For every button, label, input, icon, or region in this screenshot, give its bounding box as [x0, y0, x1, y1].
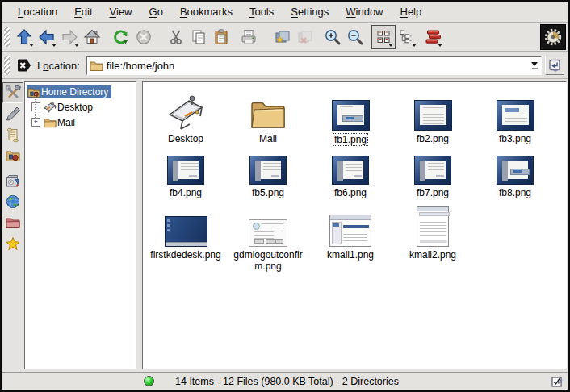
location-combobox[interactable]: file:/home/john	[86, 56, 542, 75]
file-item[interactable]: kmail1.png	[309, 198, 392, 272]
up-dropdown-arrow[interactable]	[29, 44, 34, 47]
tree-item-home-directory[interactable]: Home Directory	[27, 84, 136, 99]
thumb-detail	[340, 106, 353, 110]
file-item[interactable]: fb5.png	[227, 146, 309, 198]
file-label: gdmlogoutconfirm.png	[227, 249, 309, 272]
icon-view-button[interactable]	[371, 25, 396, 49]
folder-icon	[249, 100, 287, 131]
configure-tools-icon	[5, 85, 21, 101]
bookshelf-view-button[interactable]	[421, 26, 444, 48]
sidebar-history-arrow-button[interactable]	[2, 103, 23, 124]
go-button[interactable]	[545, 56, 564, 75]
sidebar-bookmarks-button[interactable]	[2, 233, 23, 254]
toolbar-grip[interactable]	[4, 27, 10, 47]
file-item[interactable]: firstkdedesk.png	[145, 198, 227, 272]
thumb-detail	[343, 231, 367, 242]
location-label: Location:	[37, 60, 80, 72]
thumb-detail	[343, 225, 369, 228]
menu-window[interactable]: Window	[337, 4, 391, 19]
location-input[interactable]: file:/home/john	[107, 60, 525, 72]
tree-item-mail[interactable]: + Mail	[31, 115, 136, 130]
sidebar-tree-panel: Home Directory + Desktop	[24, 81, 136, 369]
file-grid: Desktop Mail	[143, 82, 566, 272]
file-label: kmail1.png	[325, 249, 375, 261]
file-item[interactable]: fb3.png	[474, 89, 556, 146]
tree-view-button[interactable]	[396, 26, 418, 48]
image-frames-stop-button	[294, 26, 316, 48]
folder-icon	[90, 60, 103, 72]
zoom-in-button[interactable]	[321, 26, 344, 48]
file-label: fb4.png	[168, 187, 203, 198]
thumb-detail	[181, 163, 199, 174]
kde-throbber[interactable]	[540, 24, 566, 50]
location-toolbar-grip[interactable]	[4, 56, 10, 75]
sidebar-history-button[interactable]	[2, 124, 23, 145]
file-label: firstkdedesk.png	[149, 249, 222, 261]
file-label: fb1.png	[333, 133, 368, 146]
menu-settings[interactable]: Settings	[283, 4, 337, 19]
back-dropdown-arrow[interactable]	[52, 44, 57, 47]
linked-view-checkbox[interactable]	[551, 376, 563, 387]
sidebar-root-folder-button[interactable]	[2, 212, 23, 233]
sidebar-network-button[interactable]	[2, 191, 23, 212]
menu-location[interactable]: Location	[10, 4, 65, 19]
file-item[interactable]: Mail	[227, 89, 309, 146]
chevron-down-icon	[531, 62, 538, 66]
icon-view-dropdown-arrow[interactable]	[388, 44, 393, 47]
file-item[interactable]: kmail2.png	[392, 198, 474, 272]
file-icon-view[interactable]: Desktop Mail	[142, 81, 567, 369]
thumb-detail	[420, 219, 446, 236]
image-frames-icon	[274, 28, 291, 46]
thumb-detail	[505, 115, 527, 124]
sidebar-services-button[interactable]	[2, 170, 23, 191]
menu-edit[interactable]: Edit	[66, 4, 100, 19]
copy-button[interactable]	[187, 26, 210, 48]
sidebar-configure-button[interactable]	[2, 82, 23, 103]
image-frames-button[interactable]	[271, 26, 294, 48]
file-item[interactable]: fb2.png	[392, 89, 474, 146]
file-item[interactable]: fb4.png	[145, 146, 227, 198]
dropdown-dash	[532, 68, 538, 69]
home-button[interactable]	[81, 26, 103, 48]
menu-help[interactable]: Help	[392, 4, 430, 19]
print-button[interactable]	[237, 26, 260, 48]
clear-location-icon[interactable]	[16, 58, 32, 73]
menu-tools[interactable]: Tools	[241, 4, 282, 19]
expand-plus-icon[interactable]: +	[31, 102, 40, 111]
location-dropdown-button[interactable]	[528, 57, 541, 74]
file-thumbnail	[414, 156, 451, 185]
thumb-detail	[333, 223, 339, 227]
reload-button[interactable]	[110, 26, 132, 48]
bookshelf-dropdown-arrow[interactable]	[438, 44, 442, 47]
file-item[interactable]: fb8.png	[474, 146, 556, 198]
expand-plus-icon[interactable]: +	[31, 118, 40, 127]
menu-go[interactable]: Go	[141, 4, 171, 19]
zoom-out-button[interactable]	[344, 26, 367, 48]
network-globe-icon	[5, 194, 21, 210]
sidebar-home-directory-button[interactable]	[2, 145, 23, 166]
panel-splitter[interactable]	[136, 81, 142, 372]
file-item[interactable]: Desktop	[145, 89, 227, 146]
thumb-detail	[166, 242, 207, 246]
file-thumbnail	[249, 156, 287, 185]
tree-item-desktop[interactable]: + Desktop	[31, 99, 136, 115]
menu-bookmarks[interactable]: Bookmarks	[172, 4, 241, 19]
tree-view-dropdown-arrow[interactable]	[412, 44, 417, 47]
paste-button[interactable]	[210, 26, 233, 48]
file-thumbnail	[165, 216, 207, 247]
file-item[interactable]: fb7.png	[392, 146, 474, 198]
services-box-icon	[5, 173, 21, 189]
thumb-detail	[167, 219, 170, 231]
file-item[interactable]: fb1.png	[309, 89, 392, 146]
file-item[interactable]: fb6.png	[309, 146, 392, 198]
cut-button[interactable]	[165, 26, 187, 48]
thumb-detail	[513, 170, 522, 173]
up-button[interactable]	[13, 26, 36, 48]
tree-item-label: Desktop	[57, 102, 93, 113]
menu-view[interactable]: View	[102, 4, 140, 19]
back-button[interactable]	[36, 26, 58, 48]
file-thumbnail	[414, 100, 452, 131]
file-item[interactable]: gdmlogoutconfirm.png	[227, 198, 309, 272]
file-label: fb3.png	[497, 133, 533, 144]
zoom-out-icon	[346, 28, 364, 46]
